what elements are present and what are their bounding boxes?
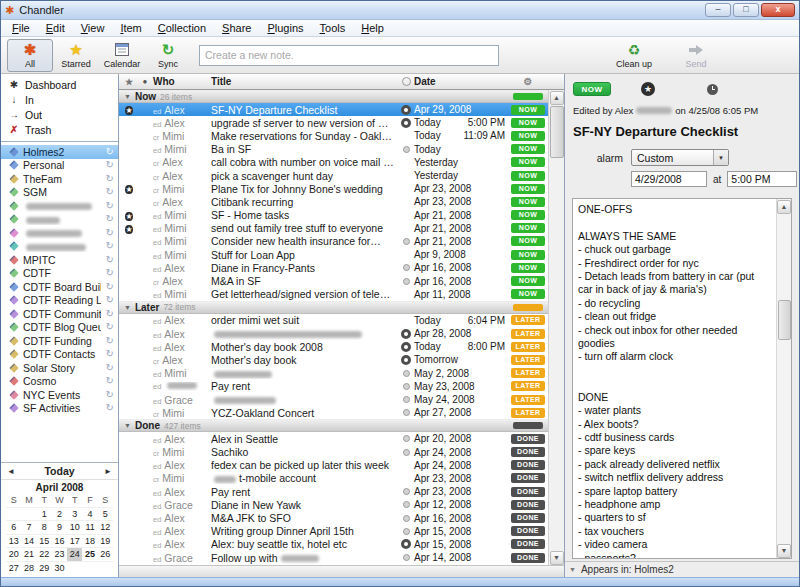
collection-sync-icon[interactable]: ↻: [106, 214, 114, 224]
section-header-later[interactable]: ▼Later72 items: [119, 301, 548, 314]
star-circle-icon[interactable]: ★: [641, 82, 655, 96]
table-row[interactable]: edPay rentMay 23, 2008LATER: [119, 380, 548, 393]
list-scrollbar[interactable]: ▲ ▼: [548, 90, 564, 565]
row-triage-cell[interactable]: DONE: [508, 460, 548, 470]
sidebar-collection-item[interactable]: Cosmo↻: [1, 375, 118, 389]
sidebar-collection-item[interactable]: ↻: [1, 226, 118, 240]
section-header-now[interactable]: ▼Now26 items: [119, 90, 548, 103]
notes-scroll-down-icon[interactable]: ▼: [777, 544, 791, 558]
calendar-day-cell[interactable]: 5: [98, 507, 113, 521]
collection-sync-icon[interactable]: ↻: [106, 268, 114, 278]
collection-sync-icon[interactable]: ↻: [106, 322, 114, 332]
calendar-day-cell[interactable]: 28: [21, 561, 36, 575]
sidebar-collection-item[interactable]: TheFam↻: [1, 172, 118, 186]
clean-up-button[interactable]: ♻ Clean up: [611, 39, 657, 72]
row-star-cell[interactable]: ★: [119, 182, 139, 195]
sidebar-collection-item[interactable]: CDTF↻: [1, 267, 118, 281]
sidebar-collection-item[interactable]: ↻: [1, 213, 118, 227]
new-note-input[interactable]: [199, 45, 499, 66]
row-triage-cell[interactable]: LATER: [508, 315, 548, 325]
row-triage-cell[interactable]: NOW: [508, 184, 548, 194]
sidebar-collection-item[interactable]: SF Activities↻: [1, 402, 118, 416]
sidebar-item-dashboard[interactable]: ✱ Dashboard: [1, 77, 118, 92]
row-triage-cell[interactable]: LATER: [508, 381, 548, 391]
calendar-day-cell[interactable]: 11: [82, 520, 97, 534]
table-row[interactable]: edMimiMay 2, 2008LATER: [119, 367, 548, 380]
table-row[interactable]: edMimiBa in SFTodayNOW: [119, 143, 548, 156]
menu-item-collection[interactable]: Collection: [150, 21, 214, 35]
row-triage-cell[interactable]: DONE: [508, 553, 548, 563]
row-triage-cell[interactable]: DONE: [508, 513, 548, 523]
alarm-type-dropdown[interactable]: Custom ▼: [631, 149, 729, 166]
sidebar-collection-item[interactable]: CDTF Reading List↻: [1, 294, 118, 308]
collection-sync-icon[interactable]: ↻: [106, 228, 114, 238]
table-row[interactable]: crAlexcall cobra with number on voice ma…: [119, 156, 548, 169]
calendar-day-cell[interactable]: 18: [82, 534, 97, 548]
row-triage-cell[interactable]: LATER: [508, 408, 548, 418]
collection-sync-icon[interactable]: ↻: [106, 349, 114, 359]
row-triage-cell[interactable]: DONE: [508, 487, 548, 497]
table-row[interactable]: edMimiStuff for Loan AppApr 9, 2008NOW: [119, 248, 548, 261]
row-star-cell[interactable]: ★: [119, 209, 139, 222]
collection-sync-icon[interactable]: ↻: [106, 241, 114, 251]
sidebar-collection-item[interactable]: ↻: [1, 240, 118, 254]
sync-button[interactable]: ↻ Sync: [145, 39, 191, 72]
row-triage-cell[interactable]: LATER: [508, 395, 548, 405]
sidebar-collection-item[interactable]: MPITC↻: [1, 253, 118, 267]
title-column-header[interactable]: Title: [211, 76, 398, 87]
table-row[interactable]: crMimiSachikoApr 24, 2008DONE: [119, 446, 548, 459]
calendar-day-cell[interactable]: 30: [52, 561, 67, 575]
calendar-day-cell[interactable]: 26: [98, 547, 113, 561]
calendar-day-cell[interactable]: 29: [37, 561, 52, 575]
table-row[interactable]: edGraceDiane in New YawkApr 12, 2008DONE: [119, 498, 548, 511]
calendar-today-button[interactable]: Today: [21, 465, 98, 477]
row-triage-cell[interactable]: NOW: [508, 250, 548, 260]
date-column-header[interactable]: Date: [414, 76, 508, 87]
calendar-day-cell[interactable]: 22: [37, 547, 52, 561]
calendar-button[interactable]: Calendar: [99, 39, 145, 72]
table-row[interactable]: edAlexAlex in SeattleApr 20, 2008DONE: [119, 432, 548, 445]
star-column-header-icon[interactable]: ★: [119, 77, 139, 87]
table-row[interactable]: crMimiYCZ-Oakland ConcertApr 27, 2008LAT…: [119, 406, 548, 419]
scrollbar-thumb[interactable]: [550, 106, 564, 158]
sidebar-collection-item[interactable]: NYC Events↻: [1, 388, 118, 402]
menu-item-tools[interactable]: Tools: [312, 21, 354, 35]
collection-sync-icon[interactable]: ↻: [106, 403, 114, 413]
calendar-day-cell[interactable]: 23: [52, 547, 67, 561]
table-row[interactable]: crMimit-mobile accountApr 23, 2008DONE: [119, 472, 548, 485]
calendar-day-cell[interactable]: 4: [82, 507, 97, 521]
sidebar-collection-item[interactable]: CDTF Community↻: [1, 307, 118, 321]
table-row[interactable]: crAlexMother's day bookTomorrowLATER: [119, 353, 548, 366]
row-triage-cell[interactable]: NOW: [508, 197, 548, 207]
triage-now-button[interactable]: NOW: [573, 82, 611, 96]
collection-sync-icon[interactable]: ↻: [106, 390, 114, 400]
menu-item-view[interactable]: View: [73, 21, 113, 35]
maximize-button[interactable]: □: [733, 3, 759, 17]
row-triage-cell[interactable]: DONE: [508, 500, 548, 510]
table-row[interactable]: edAlexorder mimi wet suitToday6:04 PMLAT…: [119, 314, 548, 327]
sidebar-item-in[interactable]: ↓ In: [1, 92, 118, 107]
row-triage-cell[interactable]: DONE: [508, 473, 548, 483]
row-triage-cell[interactable]: NOW: [508, 276, 548, 286]
menu-item-edit[interactable]: Edit: [38, 21, 73, 35]
table-row[interactable]: crAlexpick a scavenger hunt dayYesterday…: [119, 169, 548, 182]
sidebar-collection-item[interactable]: SGM↻: [1, 186, 118, 200]
collection-sync-icon[interactable]: ↻: [106, 376, 114, 386]
row-star-cell[interactable]: ★: [119, 222, 139, 235]
item-title[interactable]: SF-NY Departure Checklist: [565, 116, 799, 139]
table-row[interactable]: edAlexApr 28, 2008LATER: [119, 327, 548, 340]
starred-button[interactable]: ★ Starred: [53, 39, 99, 72]
notes-scrollbar-thumb[interactable]: [778, 300, 791, 340]
alarm-time-field[interactable]: [727, 171, 797, 187]
triage-column-header[interactable]: ⚙: [508, 77, 548, 87]
table-row[interactable]: ★edAlexSF-NY Departure ChecklistApr 29, …: [119, 103, 548, 116]
expand-triangle-icon[interactable]: ▼: [569, 566, 576, 573]
who-column-header[interactable]: Who: [151, 76, 211, 87]
menu-item-plugins[interactable]: Plugins: [259, 21, 311, 35]
calendar-day-cell[interactable]: 17: [67, 534, 82, 548]
send-button[interactable]: Send: [673, 39, 719, 72]
notes-text[interactable]: ONE-OFFS ALWAYS THE SAME - chuck out gar…: [573, 199, 776, 558]
row-triage-cell[interactable]: NOW: [508, 171, 548, 181]
table-row[interactable]: edAlexPay rentApr 23, 2008DONE: [119, 485, 548, 498]
minimize-button[interactable]: –: [705, 3, 731, 17]
